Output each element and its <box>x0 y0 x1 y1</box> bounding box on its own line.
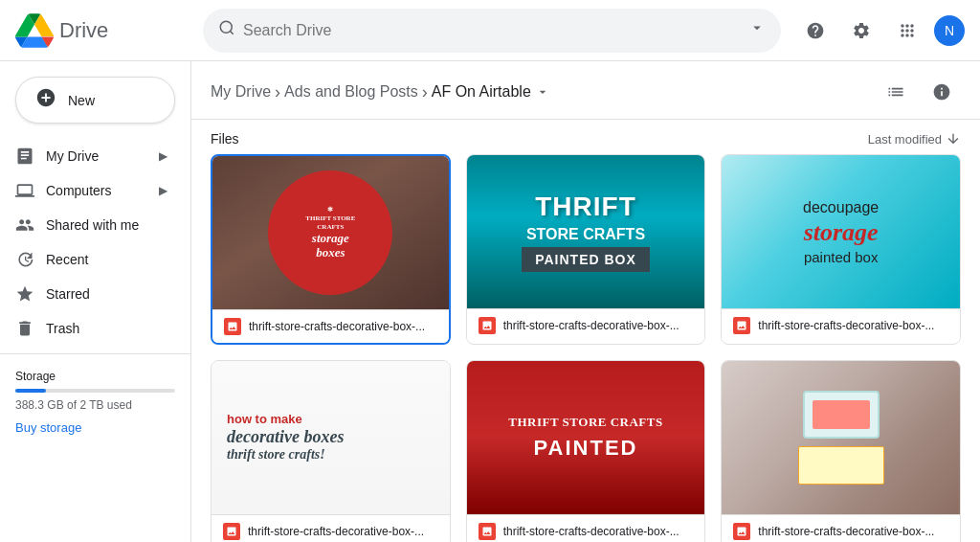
file-card-2[interactable]: THRIFT STORE CRAFTS PAINTED BOX thrift-s… <box>466 154 706 345</box>
breadcrumb-actions <box>877 73 961 111</box>
file-name-5: thrift-store-crafts-decorative-box-... <box>503 525 679 538</box>
sidebar-item-computers-label: Computers <box>46 183 111 198</box>
search-dropdown-icon[interactable] <box>748 19 766 41</box>
files-header: Files Last modified <box>191 120 980 154</box>
breadcrumb-current-label: AF On Airtable <box>432 83 531 101</box>
file-meta-1: thrift-store-crafts-decorative-box-... <box>212 309 449 343</box>
app-title: Drive <box>59 18 108 43</box>
main-layout: New My Drive ▶ Computers ▶ <box>0 61 980 542</box>
file-name-6: thrift-store-crafts-decorative-box-... <box>758 525 934 538</box>
file-type-icon-2 <box>479 317 496 334</box>
sidebar-item-recent-label: Recent <box>46 252 88 267</box>
drive-logo-icon <box>15 11 54 50</box>
files-label: Files <box>211 131 239 147</box>
breadcrumb-ads[interactable]: Ads and Blog Posts <box>284 83 418 101</box>
file-card-4[interactable]: how to make decorative boxes thrift stor… <box>211 360 451 542</box>
sidebar-item-my-drive-label: My Drive <box>46 148 99 164</box>
sidebar-item-my-drive[interactable]: My Drive ▶ <box>0 139 183 173</box>
breadcrumb-current[interactable]: AF On Airtable <box>432 83 550 101</box>
computers-expand-icon[interactable]: ▶ <box>159 184 167 197</box>
file-meta-3: thrift-store-crafts-decorative-box-... <box>722 308 960 342</box>
apps-icon[interactable] <box>888 11 926 50</box>
user-avatar[interactable]: N <box>934 15 965 46</box>
file-type-icon-3 <box>733 317 750 334</box>
breadcrumb-sep-2: › <box>422 82 428 102</box>
list-view-icon[interactable] <box>877 73 915 111</box>
sidebar-item-starred[interactable]: Starred <box>0 277 183 311</box>
file-name-3: thrift-store-crafts-decorative-box-... <box>758 319 934 332</box>
topbar-actions: N <box>796 11 965 50</box>
settings-icon[interactable] <box>842 11 880 50</box>
storage-label: Storage <box>15 370 175 383</box>
content-area: My Drive › Ads and Blog Posts › AF On Ai… <box>191 61 980 542</box>
sidebar-item-shared-label: Shared with me <box>46 217 139 233</box>
account-support-icon[interactable] <box>796 11 835 50</box>
breadcrumb-dropdown-icon <box>535 84 550 100</box>
sidebar-item-shared[interactable]: Shared with me <box>0 208 183 242</box>
storage-fill <box>15 389 46 393</box>
file-type-icon-5 <box>479 523 496 540</box>
breadcrumb: My Drive › Ads and Blog Posts › AF On Ai… <box>211 82 550 102</box>
file-type-icon-1 <box>224 318 241 335</box>
my-drive-icon <box>15 147 34 166</box>
files-grid: ✻THRIFT STORECRAFTS storageboxes thrift-… <box>191 154 980 542</box>
storage-text: 388.3 GB of 2 TB used <box>15 398 175 412</box>
sidebar-item-trash[interactable]: Trash <box>0 311 183 346</box>
my-drive-expand-icon[interactable]: ▶ <box>159 149 167 163</box>
search-icon <box>218 19 235 41</box>
file-meta-6: thrift-store-crafts-decorative-box-... <box>722 514 960 542</box>
trash-icon <box>15 319 34 338</box>
search-bar[interactable] <box>203 9 781 53</box>
file-card-1[interactable]: ✻THRIFT STORECRAFTS storageboxes thrift-… <box>211 154 451 345</box>
file-name-2: thrift-store-crafts-decorative-box-... <box>503 319 679 332</box>
recent-icon <box>15 250 34 269</box>
breadcrumb-my-drive[interactable]: My Drive <box>211 83 271 101</box>
computers-icon <box>15 181 34 200</box>
file-name-4: thrift-store-crafts-decorative-box-... <box>248 525 424 538</box>
file-type-icon-4 <box>223 523 240 540</box>
svg-point-0 <box>220 21 232 33</box>
sidebar-item-recent[interactable]: Recent <box>0 242 183 277</box>
file-meta-5: thrift-store-crafts-decorative-box-... <box>467 514 705 542</box>
topbar: Drive N <box>0 0 980 61</box>
shared-icon <box>15 215 34 235</box>
breadcrumb-bar: My Drive › Ads and Blog Posts › AF On Ai… <box>191 61 980 120</box>
sort-label: Last modified <box>868 132 942 147</box>
file-meta-4: thrift-store-crafts-decorative-box-... <box>212 514 450 542</box>
sidebar-item-computers[interactable]: Computers ▶ <box>0 173 183 208</box>
search-input[interactable] <box>243 22 741 39</box>
info-icon[interactable] <box>923 73 961 111</box>
sidebar-item-trash-label: Trash <box>46 321 79 336</box>
storage-section: Storage 388.3 GB of 2 TB used Buy storag… <box>0 362 190 442</box>
buy-storage-link[interactable]: Buy storage <box>15 420 81 435</box>
file-type-icon-6 <box>733 523 750 540</box>
new-button-label: New <box>68 93 95 108</box>
logo-area: Drive <box>15 11 188 50</box>
file-card-3[interactable]: decoupage storage painted box thrift-sto… <box>721 154 961 345</box>
file-name-1: thrift-store-crafts-decorative-box-... <box>249 320 425 333</box>
plus-icon <box>35 87 56 113</box>
breadcrumb-sep-1: › <box>275 82 280 102</box>
sidebar-item-starred-label: Starred <box>46 286 90 302</box>
sidebar-divider <box>0 353 190 354</box>
file-meta-2: thrift-store-crafts-decorative-box-... <box>467 308 705 342</box>
file-card-6[interactable]: thrift-store-crafts-decorative-box-... <box>721 360 961 542</box>
sort-direction-icon <box>946 131 961 147</box>
sort-area[interactable]: Last modified <box>868 131 961 147</box>
starred-icon <box>15 284 34 304</box>
storage-bar <box>15 389 175 393</box>
file-card-5[interactable]: THRIFT STORE CRAFTS PAINTED thrift-store… <box>466 360 706 542</box>
sidebar: New My Drive ▶ Computers ▶ <box>0 61 191 542</box>
new-button[interactable]: New <box>15 77 175 124</box>
